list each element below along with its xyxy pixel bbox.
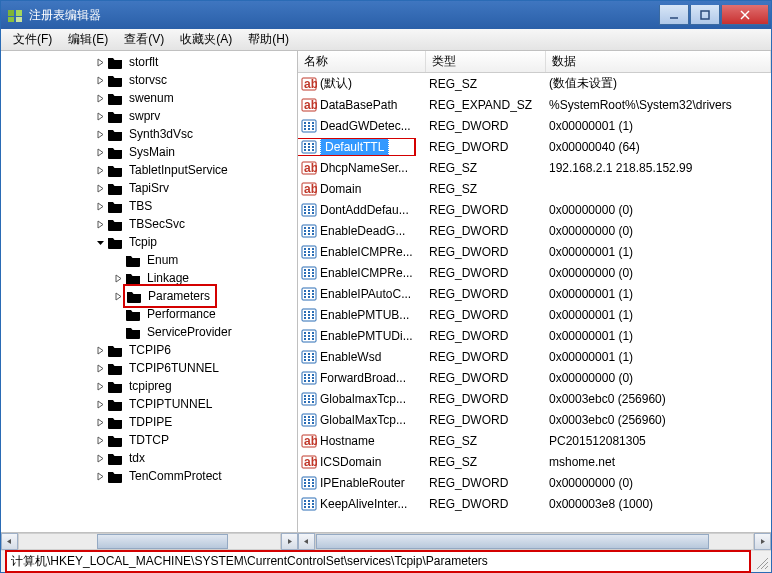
value-type: REG_DWORD: [426, 266, 546, 280]
tree-item[interactable]: TBS: [3, 197, 297, 215]
value-type: REG_EXPAND_SZ: [426, 98, 546, 112]
chevron-right-icon[interactable]: [93, 76, 107, 85]
chevron-right-icon[interactable]: [93, 436, 107, 445]
chevron-right-icon[interactable]: [93, 202, 107, 211]
registry-value-row[interactable]: EnableICMPRe...REG_DWORD0x00000000 (0): [298, 262, 771, 283]
maximize-button[interactable]: [690, 5, 720, 25]
registry-value-row[interactable]: EnableDeadG...REG_DWORD0x00000000 (0): [298, 220, 771, 241]
registry-value-row[interactable]: HostnameREG_SZPC201512081305: [298, 430, 771, 451]
chevron-right-icon[interactable]: [93, 472, 107, 481]
tree-horizontal-scrollbar[interactable]: [18, 533, 281, 550]
chevron-right-icon[interactable]: [111, 274, 125, 283]
menu-edit[interactable]: 编辑(E): [60, 29, 116, 50]
registry-value-row[interactable]: EnableICMPRe...REG_DWORD0x00000001 (1): [298, 241, 771, 262]
registry-value-row[interactable]: DhcpNameSer...REG_SZ192.168.2.1 218.85.1…: [298, 157, 771, 178]
tree-scroll-right-button[interactable]: [281, 533, 298, 550]
chevron-right-icon[interactable]: [93, 382, 107, 391]
tree-item-label: Synth3dVsc: [125, 125, 197, 143]
list-pane[interactable]: 名称 类型 数据 (默认)REG_SZ(数值未设置)DataBasePathRE…: [298, 51, 771, 532]
chevron-right-icon[interactable]: [93, 94, 107, 103]
tree-item[interactable]: TenCommProtect: [3, 467, 297, 485]
window-title: 注册表编辑器: [29, 7, 659, 24]
tree-item[interactable]: TabletInputService: [3, 161, 297, 179]
chevron-right-icon[interactable]: [93, 184, 107, 193]
registry-value-row[interactable]: EnablePMTUB...REG_DWORD0x00000001 (1): [298, 304, 771, 325]
registry-value-row[interactable]: KeepAliveInter...REG_DWORD0x000003e8 (10…: [298, 493, 771, 514]
chevron-right-icon[interactable]: [93, 454, 107, 463]
registry-value-row[interactable]: DeadGWDetec...REG_DWORD0x00000001 (1): [298, 115, 771, 136]
registry-value-row[interactable]: GlobalMaxTcp...REG_DWORD0x0003ebc0 (2569…: [298, 409, 771, 430]
tree-item[interactable]: tdx: [3, 449, 297, 467]
tree-item[interactable]: TCPIP6TUNNEL: [3, 359, 297, 377]
tree-item[interactable]: Parameters: [3, 287, 297, 305]
chevron-right-icon[interactable]: [93, 130, 107, 139]
minimize-button[interactable]: [659, 5, 689, 25]
chevron-right-icon[interactable]: [93, 400, 107, 409]
status-path: 计算机\HKEY_LOCAL_MACHINE\SYSTEM\CurrentCon…: [5, 550, 751, 573]
value-type: REG_SZ: [426, 455, 546, 469]
tree-item[interactable]: ServiceProvider: [3, 323, 297, 341]
value-name: ForwardBroad...: [320, 371, 406, 385]
tree-item[interactable]: TapiSrv: [3, 179, 297, 197]
chevron-right-icon[interactable]: [93, 364, 107, 373]
value-name: Hostname: [320, 434, 375, 448]
tree-item[interactable]: TCPIPTUNNEL: [3, 395, 297, 413]
registry-value-row[interactable]: DomainREG_SZ: [298, 178, 771, 199]
registry-value-row[interactable]: DefaultTTLREG_DWORD0x00000040 (64): [298, 136, 771, 157]
titlebar[interactable]: 注册表编辑器: [1, 1, 771, 29]
close-button[interactable]: [721, 5, 769, 25]
tree-item[interactable]: SysMain: [3, 143, 297, 161]
column-header-type[interactable]: 类型: [426, 51, 546, 72]
svg-rect-19: [701, 11, 709, 19]
tree-item[interactable]: tcpipreg: [3, 377, 297, 395]
chevron-right-icon[interactable]: [93, 346, 107, 355]
tree-item[interactable]: storflt: [3, 53, 297, 71]
chevron-right-icon[interactable]: [93, 220, 107, 229]
value-data: 0x0003ebc0 (256960): [546, 392, 771, 406]
tree-item[interactable]: TDTCP: [3, 431, 297, 449]
registry-value-row[interactable]: EnablePMTUDi...REG_DWORD0x00000001 (1): [298, 325, 771, 346]
menu-file[interactable]: 文件(F): [5, 29, 60, 50]
tree-item[interactable]: TCPIP6: [3, 341, 297, 359]
menu-view[interactable]: 查看(V): [116, 29, 172, 50]
value-name: GlobalmaxTcp...: [320, 392, 406, 406]
column-header-data[interactable]: 数据: [546, 51, 771, 72]
list-horizontal-scrollbar[interactable]: [315, 533, 754, 550]
tree-scroll-left-button[interactable]: [1, 533, 18, 550]
registry-value-row[interactable]: EnableWsdREG_DWORD0x00000001 (1): [298, 346, 771, 367]
tree-item[interactable]: swprv: [3, 107, 297, 125]
tree-item[interactable]: Enum: [3, 251, 297, 269]
tree-item[interactable]: swenum: [3, 89, 297, 107]
chevron-down-icon[interactable]: [93, 238, 107, 247]
tree-item[interactable]: TBSecSvc: [3, 215, 297, 233]
registry-value-row[interactable]: DataBasePathREG_EXPAND_SZ%SystemRoot%\Sy…: [298, 94, 771, 115]
chevron-right-icon[interactable]: [93, 148, 107, 157]
registry-value-row[interactable]: (默认)REG_SZ(数值未设置): [298, 73, 771, 94]
chevron-right-icon[interactable]: [93, 166, 107, 175]
tree-item[interactable]: TDPIPE: [3, 413, 297, 431]
tree-pane[interactable]: storfltstorvscswenumswprvSynth3dVscSysMa…: [1, 51, 298, 532]
tree-item[interactable]: Synth3dVsc: [3, 125, 297, 143]
column-header-name[interactable]: 名称: [298, 51, 426, 72]
binary-value-icon: [301, 370, 317, 386]
list-scroll-right-button[interactable]: [754, 533, 771, 550]
tree-item[interactable]: storvsc: [3, 71, 297, 89]
list-scroll-left-button[interactable]: [298, 533, 315, 550]
registry-value-row[interactable]: GlobalmaxTcp...REG_DWORD0x0003ebc0 (2569…: [298, 388, 771, 409]
registry-value-row[interactable]: DontAddDefau...REG_DWORD0x00000000 (0): [298, 199, 771, 220]
value-name: EnableICMPRe...: [320, 245, 413, 259]
tree-item[interactable]: Tcpip: [3, 233, 297, 251]
registry-value-row[interactable]: ICSDomainREG_SZmshome.net: [298, 451, 771, 472]
menu-favorites[interactable]: 收藏夹(A): [172, 29, 240, 50]
tree-item[interactable]: Performance: [3, 305, 297, 323]
registry-value-row[interactable]: ForwardBroad...REG_DWORD0x00000000 (0): [298, 367, 771, 388]
statusbar: 计算机\HKEY_LOCAL_MACHINE\SYSTEM\CurrentCon…: [1, 550, 771, 572]
chevron-right-icon[interactable]: [93, 418, 107, 427]
chevron-right-icon[interactable]: [93, 112, 107, 121]
menu-help[interactable]: 帮助(H): [240, 29, 297, 50]
chevron-right-icon[interactable]: [93, 58, 107, 67]
svg-line-27: [761, 562, 768, 569]
resize-grip[interactable]: [753, 554, 769, 570]
registry-value-row[interactable]: IPEnableRouterREG_DWORD0x00000000 (0): [298, 472, 771, 493]
registry-value-row[interactable]: EnableIPAutoC...REG_DWORD0x00000001 (1): [298, 283, 771, 304]
